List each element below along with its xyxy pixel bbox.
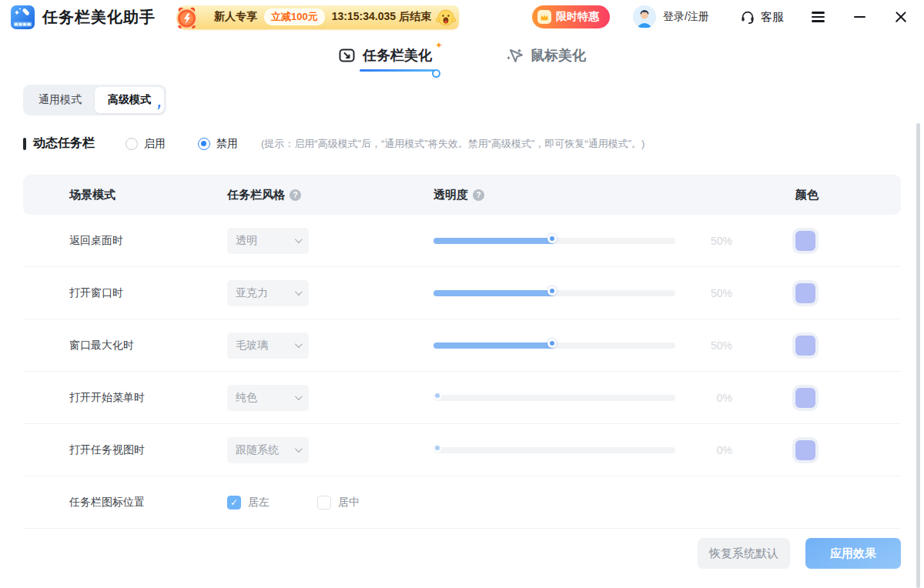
opacity-slider[interactable] xyxy=(434,290,675,296)
header-scene-mode: 场景模式 xyxy=(69,188,227,202)
color-swatch[interactable] xyxy=(795,231,815,251)
tab-mouse-beautify[interactable]: 鼠标美化 xyxy=(506,46,586,65)
nav-tabs: 任务栏美化 ✦ 鼠标美化 xyxy=(0,34,924,77)
slider-thumb[interactable] xyxy=(433,443,442,453)
opacity-slider[interactable] xyxy=(434,342,675,349)
scene-label: 打开开始菜单时 xyxy=(69,391,227,405)
opacity-slider[interactable] xyxy=(434,395,675,401)
slider-fill xyxy=(434,238,554,244)
mode-hint-text: (提示：启用“高级模式”后，“通用模式”将失效。禁用“高级模式”，即可恢复“通用… xyxy=(261,137,644,151)
radio-disable-label: 禁用 xyxy=(216,137,238,151)
color-swatch[interactable] xyxy=(795,440,815,460)
checkbox-icon: ✓ xyxy=(227,496,241,509)
radio-circle-icon xyxy=(126,138,138,150)
minimize-icon xyxy=(854,16,865,18)
opacity-value: 0% xyxy=(678,392,732,404)
tab-taskbar-beautify-label: 任务栏美化 xyxy=(363,46,432,65)
color-swatch[interactable] xyxy=(795,336,815,356)
style-dropdown[interactable]: 透明 xyxy=(227,228,309,254)
scene-label: 打开窗口时 xyxy=(69,286,227,300)
app-logo-icon xyxy=(11,5,35,29)
chevron-down-icon xyxy=(295,340,303,348)
hamburger-icon xyxy=(812,9,825,24)
titlebar: 任务栏美化助手 新人专享 立减100元 13:15:34.035 后结束 限时特… xyxy=(0,0,924,34)
vertical-scrollbar[interactable] xyxy=(916,123,920,588)
opacity-value: 50% xyxy=(678,287,732,299)
mode-tab-advanced[interactable]: 高级模式 xyxy=(95,87,164,113)
close-icon xyxy=(895,11,907,23)
app-title: 任务栏美化助手 xyxy=(42,7,156,28)
menu-button[interactable] xyxy=(810,9,825,25)
scene-label: 窗口最大化时 xyxy=(69,339,227,352)
opacity-value: 0% xyxy=(678,444,732,456)
table-header: 场景模式 任务栏风格 ? 透明度 ? 颜色 xyxy=(23,175,901,215)
dynamic-taskbar-label: 动态任务栏 xyxy=(33,135,95,152)
icon-position-row: 任务栏图标位置 ✓ 居左 ✓ 居中 xyxy=(23,476,901,529)
opacity-value: 50% xyxy=(678,235,732,247)
mode-tabs: 通用模式 高级模式 xyxy=(23,85,166,115)
close-button[interactable] xyxy=(893,9,909,25)
style-dropdown[interactable]: 纯色 xyxy=(227,385,309,411)
chevron-down-icon xyxy=(295,236,303,243)
style-dropdown[interactable]: 毛玻璃 xyxy=(227,332,309,359)
help-icon[interactable]: ? xyxy=(290,189,301,201)
footer-actions: 恢复系统默认 应用效果 xyxy=(0,538,901,569)
color-swatch[interactable] xyxy=(795,388,815,408)
help-icon[interactable]: ? xyxy=(473,189,484,201)
sparkle-icon: ✦ xyxy=(435,40,443,51)
promo-badge: 新人专享 xyxy=(214,10,257,24)
login-register-link[interactable]: 登录/注册 xyxy=(663,10,709,24)
slider-thumb[interactable] xyxy=(547,234,557,243)
color-swatch[interactable] xyxy=(795,283,815,303)
tab-taskbar-beautify[interactable]: 任务栏美化 ✦ xyxy=(338,46,432,65)
chevron-down-icon xyxy=(295,288,303,296)
table-row: 打开任务视图时 跟随系统 0% xyxy=(23,424,901,476)
slider-thumb[interactable] xyxy=(547,339,557,348)
apply-button[interactable]: 应用效果 xyxy=(805,538,901,569)
align-left-label: 居左 xyxy=(248,496,270,509)
restore-defaults-button[interactable]: 恢复系统默认 xyxy=(698,538,790,569)
opacity-slider[interactable] xyxy=(434,238,675,244)
minimize-button[interactable] xyxy=(852,9,867,25)
dynamic-taskbar-section: 动态任务栏 启用 禁用 (提示：启用“高级模式”后，“通用模式”将失效。禁用“高… xyxy=(23,135,924,152)
chevron-down-icon xyxy=(295,393,303,400)
slider-thumb[interactable] xyxy=(547,286,557,296)
radio-circle-icon xyxy=(198,138,210,150)
mode-tab-advanced-label: 高级模式 xyxy=(108,93,151,105)
table-row: 打开开始菜单时 纯色 0% xyxy=(23,372,901,424)
header-opacity: 透明度 ? xyxy=(434,188,795,202)
mode-tab-general[interactable]: 通用模式 xyxy=(25,87,95,113)
scene-label: 返回桌面时 xyxy=(69,234,227,248)
opacity-value: 50% xyxy=(678,339,732,352)
taskbar-beautify-icon xyxy=(338,47,356,65)
support-button[interactable]: 客服 xyxy=(740,9,784,25)
header-taskbar-style: 任务栏风格 ? xyxy=(227,188,434,202)
style-dropdown[interactable]: 跟随系统 xyxy=(227,437,309,463)
mouse-beautify-icon xyxy=(506,47,524,65)
limited-offer-button[interactable]: 限时特惠 xyxy=(532,5,610,28)
checkbox-align-left[interactable]: ✓ 居左 xyxy=(227,496,270,509)
style-dropdown[interactable]: 亚克力 xyxy=(227,280,309,306)
chevron-down-icon xyxy=(295,445,303,453)
table-row: 返回桌面时 透明 50% xyxy=(23,215,901,267)
table-row: 窗口最大化时 毛玻璃 50% xyxy=(23,319,901,372)
promo-discount-pill: 立减100元 xyxy=(264,8,325,25)
active-tab-underline xyxy=(360,69,435,72)
limited-offer-label: 限时特惠 xyxy=(556,10,599,24)
slider-thumb[interactable] xyxy=(433,391,442,400)
checkbox-align-center[interactable]: ✓ 居中 xyxy=(317,496,360,509)
radio-enable-label: 启用 xyxy=(144,137,166,151)
dynamic-taskbar-radios: 启用 禁用 xyxy=(126,137,238,151)
swoosh-icon xyxy=(155,104,162,111)
radio-enable[interactable]: 启用 xyxy=(126,137,166,151)
slider-fill xyxy=(434,290,554,296)
promo-countdown: 13:15:34.035 后结束 xyxy=(332,10,431,24)
icon-position-label: 任务栏图标位置 xyxy=(69,496,227,509)
radio-disable[interactable]: 禁用 xyxy=(198,137,238,151)
align-center-label: 居中 xyxy=(338,496,360,509)
support-label: 客服 xyxy=(761,10,784,25)
promo-banner[interactable]: 新人专享 立减100元 13:15:34.035 后结束 xyxy=(179,5,459,29)
avatar[interactable] xyxy=(633,5,656,28)
opacity-slider[interactable] xyxy=(434,447,675,453)
checkbox-icon: ✓ xyxy=(317,496,331,509)
